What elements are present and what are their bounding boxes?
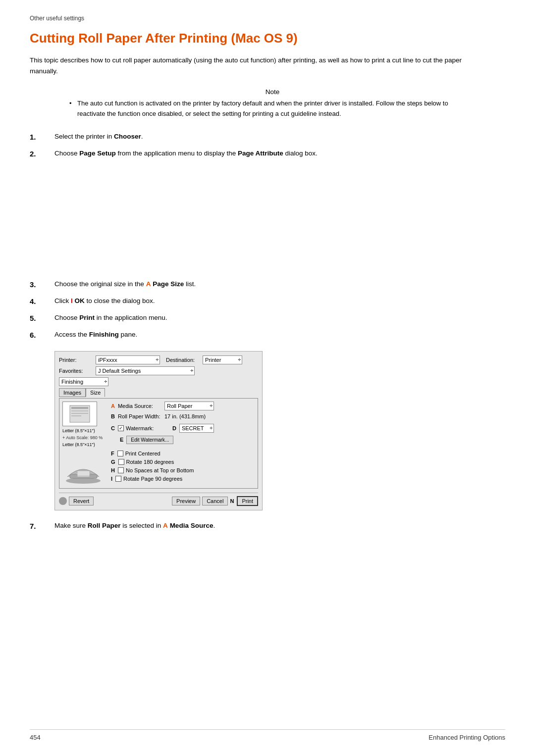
page-title: Cutting Roll Paper After Printing (Mac O… [30,31,505,46]
panel-select[interactable]: Finishing ÷ [59,377,108,386]
step-5: 5. Choose Print in the application menu. [30,312,505,324]
tab-images[interactable]: Images [59,388,86,397]
label-c: C [111,425,115,431]
watermark-checkbox[interactable] [118,425,124,431]
svg-point-5 [66,478,101,484]
step-5-content: Choose Print in the application menu. [54,312,505,323]
printer-label: Printer: [59,357,94,363]
roll-width-value: 17 in. (431.8mm) [164,413,255,419]
rotate-180-label: Rotate 180 degrees [126,459,174,465]
print-centered-checkbox[interactable] [117,451,123,456]
step-7: 7. Make sure Roll Paper is selected in A… [30,520,505,532]
no-spaces-checkbox[interactable] [118,467,124,473]
printer-select[interactable]: iPFxxxx ÷ [96,355,160,364]
preview-area: Letter (8.5"×11") + Auto Scale: 980 % Le… [62,402,107,485]
intro-text: This topic describes how to cut roll pap… [30,55,476,76]
fields-area: A Media Source: Roll Paper ÷ B Roll Pape… [111,402,255,485]
preview-button[interactable]: Preview [172,497,200,505]
svg-rect-1 [71,407,88,409]
no-spaces-label: No Spaces at Top or Bottom [126,467,194,473]
svg-rect-4 [71,415,81,416]
label-i: I [111,476,112,482]
step-7-content: Make sure Roll Paper is selected in A Me… [54,520,505,531]
scale-label: + Auto Scale: 980 % [62,435,107,440]
page-footer: 454 Enhanced Printing Options [30,729,505,741]
favorites-label: Favorites: [59,368,94,374]
step-3-content: Choose the original size in the A Page S… [54,279,505,290]
step-3: 3. Choose the original size in the A Pag… [30,279,505,291]
label-f: F [111,451,114,456]
label-a: A [111,403,115,409]
step-5-num: 5. [30,312,54,324]
steps-section: 1. Select the printer in Chooser. 2. Cho… [30,131,505,160]
section-name: Enhanced Printing Options [428,734,505,741]
step-4-num: 4. [30,296,54,307]
tab-size[interactable]: Size [86,388,105,397]
media-source-label: Media Source: [118,403,162,409]
note-box: Note The auto cut function is activated … [69,88,476,119]
rotate-90-label: Rotate Page 90 degrees [123,476,182,482]
dialog-bottom: Revert Preview Cancel N Print [59,493,258,506]
step-6-num: 6. [30,329,54,341]
dialog-panel: Letter (8.5"×11") + Auto Scale: 980 % Le… [59,398,258,489]
size-label-2: Letter (8.5"×11") [62,442,107,447]
step-6: 6. Access the Finishing pane. [30,329,505,341]
favorites-select[interactable]: J Default Settings ÷ [96,366,195,375]
dialog-screenshot: Printer: iPFxxxx ÷ Destination: Printer … [54,351,263,510]
step-1-num: 1. [30,131,54,143]
print-button[interactable]: Print [237,496,258,506]
svg-rect-2 [71,410,88,411]
step-1: 1. Select the printer in Chooser. [30,131,505,143]
page-number: 454 [30,734,41,741]
step-3-num: 3. [30,279,54,291]
watermark-label: Watermark: [126,425,170,431]
destination-select[interactable]: Printer ÷ [203,355,242,364]
gear-icon [59,497,67,505]
label-g: G [111,459,115,465]
label-d: D [172,425,176,431]
dialog-tabs: Images Size [59,388,258,397]
note-label: Note [69,88,476,96]
roll-width-label: Roll Paper Width: [118,413,162,419]
step-4: 4. Click I OK to close the dialog box. [30,296,505,307]
media-source-select[interactable]: Roll Paper ÷ [164,402,214,410]
note-item: The auto cut function is activated on th… [69,99,476,119]
label-h: H [111,467,115,473]
label-n: N [230,498,234,504]
step-6-content: Access the Finishing pane. [54,329,505,340]
step-7-num: 7. [30,520,54,532]
watermark-select[interactable]: SECRET ÷ [179,424,214,433]
label-e: E [120,437,123,443]
breadcrumb: Other useful settings [30,15,505,22]
edit-watermark-btn[interactable]: Edit Watermark... [126,436,173,444]
step-1-content: Select the printer in Chooser. [54,131,505,142]
label-b: B [111,413,115,419]
rotate-180-checkbox[interactable] [118,459,124,465]
print-centered-label: Print Centered [125,451,160,456]
printer-image [62,452,107,485]
step-4-content: Click I OK to close the dialog box. [54,296,505,306]
revert-button[interactable]: Revert [69,497,94,505]
destination-label: Destination: [166,357,201,363]
step-2-num: 2. [30,148,54,160]
svg-rect-3 [71,413,88,414]
size-label-1: Letter (8.5"×11") [62,428,107,433]
step-2: 2. Choose Page Setup from the applicatio… [30,148,505,160]
steps-3-6: 3. Choose the original size in the A Pag… [30,279,505,341]
rotate-90-checkbox[interactable] [115,476,121,482]
cancel-button[interactable]: Cancel [202,497,228,505]
step-2-content: Choose Page Setup from the application m… [54,148,505,159]
